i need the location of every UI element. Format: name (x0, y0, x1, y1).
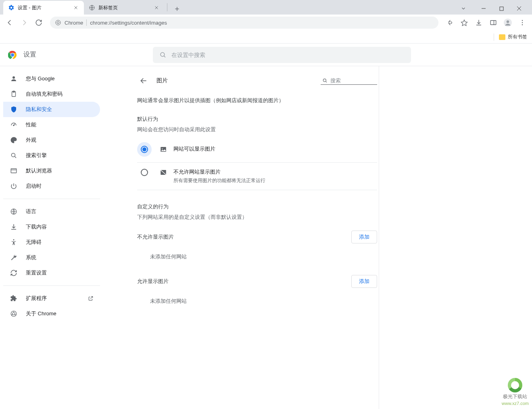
browser-tab-active[interactable]: 设置 - 图片 (3, 1, 84, 15)
radio-button[interactable] (137, 142, 152, 157)
close-window-button[interactable] (511, 2, 527, 15)
main-panel: 图片 网站通常会显示图片以提供插图（例如网店或新闻报道的图片） 默认行为 网站会… (137, 66, 379, 409)
new-tab-button[interactable] (171, 3, 183, 15)
add-blocked-button[interactable]: 添加 (351, 231, 377, 243)
page-header: 图片 (137, 74, 377, 87)
address-bar[interactable]: Chrome chrome://settings/content/images (50, 17, 438, 29)
image-icon (160, 146, 167, 153)
reload-button[interactable] (32, 16, 45, 29)
inline-search-input[interactable] (330, 78, 375, 84)
sidebar-item-default-browser[interactable]: 默认浏览器 (3, 163, 100, 178)
svg-point-11 (56, 20, 61, 25)
settings-search-input[interactable] (171, 52, 405, 58)
sidebar-item-extensions[interactable]: 扩展程序 (3, 291, 100, 306)
sidebar-item-label: 启动时 (26, 182, 42, 190)
share-icon[interactable] (443, 16, 456, 29)
sidebar-item-startup[interactable]: 启动时 (3, 178, 100, 194)
watermark-url: www.xz7.com (502, 401, 529, 406)
tab-title: 设置 - 图片 (18, 4, 69, 11)
browser-chrome: 设置 - 图片 新标签页 (0, 0, 532, 44)
sidebar-item-you-and-google[interactable]: 您与 Google (3, 71, 100, 86)
sidebar-item-label: 自动填充和密码 (26, 90, 63, 98)
svg-line-25 (164, 56, 165, 57)
forward-button[interactable] (18, 16, 31, 29)
custom-behavior-label: 自定义的行为 (137, 203, 377, 210)
sidebar-item-accessibility[interactable]: 无障碍 (3, 235, 100, 250)
sidebar-item-reset[interactable]: 重置设置 (3, 265, 100, 281)
blocked-list-header: 不允许显示图片 添加 (137, 231, 377, 243)
sidebar-item-language[interactable]: 语言 (3, 204, 100, 219)
refresh-icon (10, 269, 18, 277)
bookmark-bar: 所有书签 (0, 31, 532, 44)
download-icon[interactable] (472, 16, 485, 29)
download-icon (10, 223, 18, 231)
svg-point-18 (522, 20, 523, 21)
bookmark-star-icon[interactable] (458, 16, 471, 29)
globe-icon (89, 4, 95, 11)
sidebar-item-label: 性能 (26, 121, 36, 128)
inline-search[interactable] (321, 77, 377, 85)
sidebar-item-label: 扩展程序 (26, 295, 47, 302)
allowed-list-header: 允许显示图片 添加 (137, 275, 377, 288)
sidebar-item-autofill[interactable]: 自动填充和密码 (3, 86, 100, 102)
add-allowed-button[interactable]: 添加 (351, 275, 377, 288)
watermark: 极光下载站 www.xz7.com (502, 378, 529, 406)
radio-option-block[interactable]: 不允许网站显示图片 所有需要使用图片的功能都将无法正常运行 (137, 163, 377, 190)
accessibility-icon (10, 239, 18, 246)
browser-toolbar: Chrome chrome://settings/content/images (0, 15, 532, 31)
back-arrow-button[interactable] (137, 74, 150, 87)
bookmark-label: 所有书签 (508, 34, 527, 40)
all-bookmarks-button[interactable]: 所有书签 (499, 34, 527, 40)
radio-button[interactable] (137, 165, 152, 180)
search-icon (159, 51, 167, 59)
chrome-icon (10, 310, 18, 317)
minimize-button[interactable] (476, 2, 492, 15)
address-url: chrome://settings/content/images (90, 20, 167, 26)
search-icon (10, 152, 18, 159)
sidebar-item-performance[interactable]: 性能 (3, 117, 100, 132)
radio-title: 网站可以显示图片 (173, 145, 215, 153)
custom-behavior-sub: 下列网站采用的是自定义设置（而非默认设置） (137, 214, 377, 221)
sidebar-item-label: 默认浏览器 (26, 167, 52, 174)
sidebar-item-label: 语言 (26, 208, 36, 215)
close-icon[interactable] (153, 4, 160, 11)
svg-point-19 (522, 22, 523, 23)
chevron-down-icon[interactable] (458, 3, 469, 14)
blocked-section-title: 不允许显示图片 (137, 233, 174, 241)
settings-search[interactable] (153, 47, 411, 63)
svg-point-31 (11, 153, 15, 157)
sidebar-item-system[interactable]: 系统 (3, 250, 100, 265)
sidebar-item-about[interactable]: 关于 Chrome (3, 306, 100, 321)
sidebar-item-privacy[interactable]: 隐私和安全 (3, 102, 100, 117)
sidebar-item-search[interactable]: 搜索引擎 (3, 148, 100, 163)
svg-line-40 (11, 315, 13, 315)
maximize-button[interactable] (493, 2, 509, 15)
close-icon[interactable] (73, 4, 79, 11)
globe-icon (10, 208, 18, 215)
svg-point-20 (522, 24, 523, 25)
settings-header: 设置 (0, 44, 532, 66)
menu-icon[interactable] (516, 16, 529, 29)
page-description: 网站通常会显示图片以提供插图（例如网店或新闻报道的图片） (137, 97, 377, 104)
allowed-empty-message: 未添加任何网站 (137, 293, 377, 310)
radio-option-allow[interactable]: 网站可以显示图片 (137, 140, 377, 163)
sidebar-item-downloads[interactable]: 下载内容 (3, 219, 100, 235)
person-icon (10, 75, 18, 82)
svg-point-24 (161, 52, 165, 57)
wrench-icon (10, 254, 18, 261)
panel-icon[interactable] (487, 16, 500, 29)
svg-marker-13 (461, 20, 467, 25)
sidebar-item-label: 外观 (26, 136, 36, 144)
tab-strip: 设置 - 图片 新标签页 (0, 0, 532, 15)
sidebar-item-appearance[interactable]: 外观 (3, 132, 100, 148)
page-title: 图片 (156, 77, 168, 84)
svg-point-23 (11, 53, 14, 57)
address-scheme: Chrome (65, 20, 83, 26)
tab-title: 新标签页 (98, 4, 150, 11)
browser-tab[interactable]: 新标签页 (84, 1, 165, 15)
svg-point-12 (57, 21, 59, 23)
default-behavior-sub: 网站会在您访问时自动采用此设置 (137, 126, 377, 133)
folder-icon (499, 34, 505, 40)
back-button[interactable] (3, 16, 16, 29)
profile-icon[interactable] (501, 16, 514, 29)
